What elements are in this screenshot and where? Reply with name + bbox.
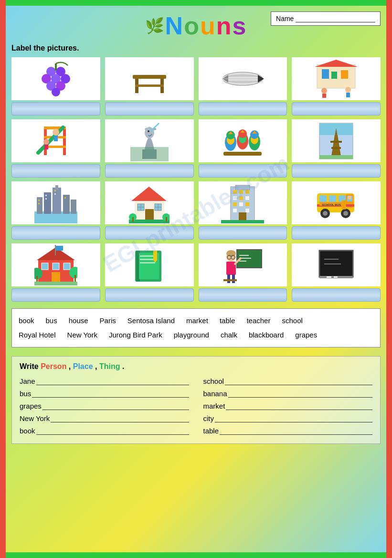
svg-rect-137 xyxy=(34,282,77,285)
svg-rect-128 xyxy=(56,246,63,251)
svg-rect-143 xyxy=(140,262,155,263)
svg-rect-166 xyxy=(334,276,338,278)
svg-rect-94 xyxy=(235,185,250,190)
svg-rect-96 xyxy=(239,190,243,194)
svg-rect-62 xyxy=(330,141,342,143)
line-jane xyxy=(36,376,189,385)
label-teacher[interactable] xyxy=(199,288,287,302)
line-city xyxy=(215,413,372,422)
line-grapes xyxy=(42,400,189,410)
border-top xyxy=(0,0,392,6)
label-banana-w: banana xyxy=(203,390,227,398)
svg-rect-142 xyxy=(140,259,154,260)
line-school xyxy=(225,376,372,385)
pic-cell-parrots xyxy=(199,119,287,178)
label-merlion[interactable] xyxy=(105,164,194,178)
label-table[interactable] xyxy=(105,102,194,116)
table-image xyxy=(105,57,194,100)
instruction-label: Label the pictures. xyxy=(11,44,381,53)
pictures-grid: SCHOOL BUS xyxy=(11,57,381,302)
bus-image: SCHOOL BUS xyxy=(292,181,381,224)
svg-rect-136 xyxy=(74,275,76,282)
name-field[interactable]: Name xyxy=(271,11,381,26)
svg-rect-78 xyxy=(64,197,66,199)
write-row-jane: Jane xyxy=(20,376,189,385)
svg-rect-72 xyxy=(38,200,40,201)
name-label: Name xyxy=(276,15,294,22)
pencil-image xyxy=(199,57,287,100)
comma1: , xyxy=(69,362,73,370)
line-book xyxy=(36,425,189,435)
pic-cell-school xyxy=(11,243,100,302)
label-hotel[interactable] xyxy=(199,226,287,240)
word-market: market xyxy=(186,314,208,328)
svg-rect-157 xyxy=(227,274,230,283)
grapes-image xyxy=(11,57,100,100)
wordbank: book bus house Paris Sentosa Island mark… xyxy=(11,308,381,347)
svg-point-34 xyxy=(53,129,59,136)
svg-rect-8 xyxy=(55,63,57,71)
pic-cell-paris xyxy=(292,119,381,178)
svg-rect-144 xyxy=(153,251,157,260)
svg-rect-64 xyxy=(319,155,353,159)
word-chalk: chalk xyxy=(221,328,237,342)
label-jane: Jane xyxy=(20,377,35,385)
name-line xyxy=(296,15,375,22)
write-row-book: book xyxy=(20,425,189,435)
label-house[interactable] xyxy=(105,226,194,240)
svg-rect-99 xyxy=(239,196,243,200)
svg-point-40 xyxy=(148,130,149,132)
label-pencil[interactable] xyxy=(199,102,287,116)
svg-point-116 xyxy=(348,196,351,200)
svg-line-33 xyxy=(38,127,63,153)
write-col-right: school banana market city table xyxy=(203,376,373,438)
pic-cell-grapes xyxy=(11,57,100,116)
svg-rect-12 xyxy=(135,84,164,87)
label-grapes[interactable] xyxy=(11,102,100,116)
word-newyork: New York xyxy=(67,328,97,342)
comma2: , xyxy=(95,362,99,370)
label-school[interactable] xyxy=(11,288,100,302)
svg-rect-113 xyxy=(329,195,336,202)
label-newyork[interactable] xyxy=(11,226,100,240)
write-col-left: Jane bus grapes New York book xyxy=(20,376,189,438)
word-paris: Paris xyxy=(100,314,116,328)
pic-cell-hotel xyxy=(199,181,287,240)
pic-cell-table xyxy=(105,57,194,116)
border-left xyxy=(0,0,6,558)
svg-rect-102 xyxy=(239,202,243,206)
pic-cell-book xyxy=(105,243,194,302)
svg-rect-104 xyxy=(233,209,237,212)
place-label: Place xyxy=(73,362,93,370)
svg-rect-27 xyxy=(346,93,350,97)
label-parrots[interactable] xyxy=(199,164,287,178)
label-blackboard[interactable] xyxy=(292,288,381,302)
label-bus[interactable] xyxy=(292,226,381,240)
svg-rect-81 xyxy=(145,209,154,220)
svg-rect-130 xyxy=(53,263,59,270)
word-house: house xyxy=(69,314,88,328)
wordbank-row1: book bus house Paris Sentosa Island mark… xyxy=(19,314,373,328)
svg-rect-69 xyxy=(55,185,58,190)
svg-rect-75 xyxy=(45,198,47,200)
pic-cell-newyork xyxy=(11,181,100,240)
word-playground: playground xyxy=(174,328,209,342)
label-book[interactable] xyxy=(105,288,194,302)
svg-rect-71 xyxy=(71,200,76,214)
label-table-w: table xyxy=(203,427,219,435)
svg-marker-79 xyxy=(131,187,167,201)
word-bus: bus xyxy=(46,314,57,328)
svg-rect-92 xyxy=(166,217,167,222)
line-table xyxy=(220,425,372,435)
pic-cell-house xyxy=(105,181,194,240)
label-playground[interactable] xyxy=(11,164,100,178)
word-blackboard: blackboard xyxy=(249,328,284,342)
border-right xyxy=(386,0,392,558)
svg-point-123 xyxy=(343,211,348,216)
label-market[interactable] xyxy=(292,102,381,116)
pic-cell-blackboard xyxy=(292,243,381,302)
svg-point-108 xyxy=(221,189,231,194)
label-paris[interactable] xyxy=(292,164,381,178)
svg-rect-42 xyxy=(223,152,262,156)
svg-point-121 xyxy=(323,211,328,216)
